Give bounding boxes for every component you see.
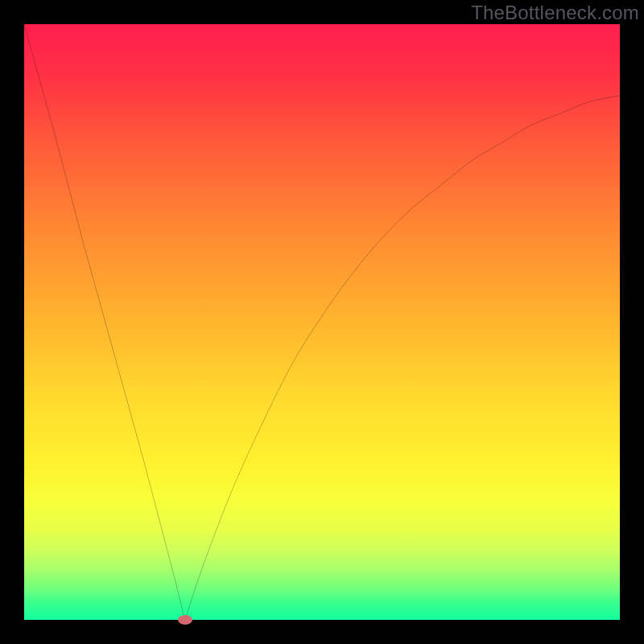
plot-area [24, 24, 620, 620]
gradient-background [24, 24, 620, 620]
watermark-text: TheBottleneck.com [471, 2, 639, 24]
chart-frame: TheBottleneck.com [0, 0, 644, 644]
